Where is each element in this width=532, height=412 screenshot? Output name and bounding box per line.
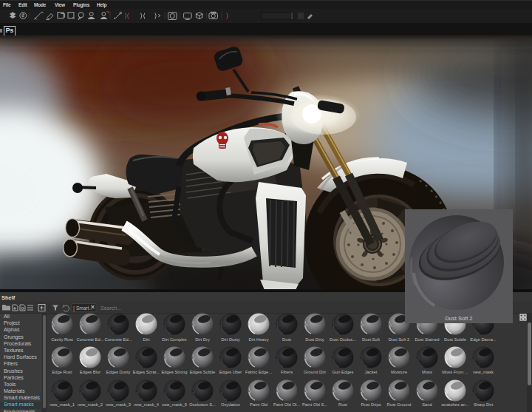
svg-text:Oxydation: Oxydation [221,402,240,407]
svg-text:Moss: Moss [422,370,432,374]
svg-text:Paint Old: Paint Old [250,402,267,407]
svg-text:Fabric Edge...: Fabric Edge... [245,370,272,374]
svg-text:Dust Dirty: Dust Dirty [305,337,324,342]
svg-text:Rust Ground: Rust Ground [387,402,412,407]
svg-text:Gun Edges: Gun Edges [332,370,353,374]
svg-text:Dirt Heavy: Dirt Heavy [248,337,268,342]
svg-text:Edges Strong: Edges Strong [161,370,187,374]
svg-text:new_mask_5: new_mask_5 [162,402,187,407]
svg-text:Moisture: Moisture [391,370,407,374]
svg-text:Cavity Rust: Cavity Rust [51,337,73,342]
svg-text:Paint Old S...: Paint Old S... [302,402,328,407]
svg-text:Edges Subtle: Edges Subtle [190,370,215,374]
svg-text:Concrete Ed...: Concrete Ed... [104,337,132,342]
svg-text:Jacket: Jacket [365,370,378,374]
svg-text:Ground Dirt: Ground Dirt [304,370,326,374]
svg-text:Dirt Dusty: Dirt Dusty [221,337,240,342]
svg-text:Sand: Sand [422,402,432,407]
svg-text:Dust: Dust [282,337,291,342]
svg-text:Dust Soft 2: Dust Soft 2 [389,337,410,342]
svg-text:Edges Blur: Edges Blur [80,370,100,374]
svg-text:Edges Scrat...: Edges Scrat... [133,370,160,374]
svg-text:Edges Uber: Edges Uber [219,370,242,374]
svg-text:Dust Occlus...: Dust Occlus... [330,337,356,342]
svg-text:Moss From ...: Moss From ... [442,370,468,374]
svg-text:Edge Rust: Edge Rust [52,370,72,374]
svg-text:Edge Dama...: Edge Dama... [470,337,497,342]
svg-text:Fibers: Fibers [281,370,293,374]
svg-text:new_mask_3: new_mask_3 [106,402,131,407]
svg-text:Dust Soft: Dust Soft [362,337,380,342]
svg-text:Concrete Ed...: Concrete Ed... [76,337,103,342]
svg-text:new_mask_2: new_mask_2 [78,402,103,407]
svg-text:Dust Subtle: Dust Subtle [444,337,466,342]
svg-text:Dust Stained: Dust Stained [415,337,439,342]
svg-text:Edges Dusty: Edges Dusty [106,370,131,374]
svg-text:Dirt Dry: Dirt Dry [195,337,210,342]
svg-text:Dirt: Dirt [143,337,149,342]
svg-text:Occlusion S...: Occlusion S... [189,402,216,407]
svg-text:Rust Drips: Rust Drips [361,402,381,407]
svg-text:new_mask_1: new_mask_1 [50,402,75,407]
svg-text:Dirt Complex: Dirt Complex [162,337,187,342]
svg-text:Rust: Rust [338,402,347,407]
svg-text:Paint Old Ol...: Paint Old Ol... [273,402,300,407]
svg-text:new_mask_4: new_mask_4 [134,402,160,407]
svg-text:scratches an...: scratches an... [441,402,469,407]
svg-text:new_mask: new_mask [473,370,494,374]
svg-text:Sharp Dirt: Sharp Dirt [474,402,493,407]
